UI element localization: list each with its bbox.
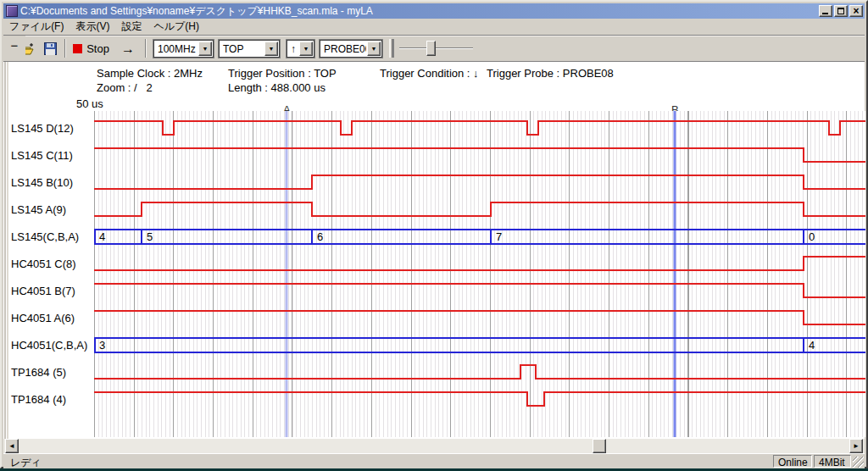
waveform-traces: 4567034 [94,111,865,437]
clock-rate-combo[interactable]: 100MHz ▼ [153,40,214,58]
panel-groove [4,62,8,439]
sample-clock-info: Sample Clock : 2MHz [97,67,203,80]
channel-label-1[interactable]: LS145 C(11) [11,149,73,163]
resize-grip-icon[interactable] [853,457,864,468]
trigger-condition-info: Trigger Condition : ↓ [380,67,479,80]
maximize-icon [837,8,844,14]
waveform-panel: Sample Clock : 2MHz Trigger Position : T… [3,61,865,439]
scrollbar-thumb[interactable] [593,439,606,453]
channel-label-8[interactable]: HC4051(C,B,A) [11,339,87,352]
menu-item-0[interactable]: ファイル(F) [3,18,70,36]
channel-label-2[interactable]: LS145 B(10) [11,176,73,190]
stop-button-label: Stop [86,42,109,55]
minimize-icon [822,13,828,14]
status-bar: レディ Online 4MBit [3,453,865,468]
toolbar-separator [64,39,66,58]
toolbar-separator [145,39,147,58]
status-online-badge: Online [773,455,812,468]
bus-value: 6 [317,230,323,243]
close-icon: × [850,5,862,17]
bus-value: 0 [809,230,815,243]
menu-item-3[interactable]: ヘルプ(H) [147,18,205,36]
toolbar-grip[interactable] [389,39,394,58]
bus-value: 3 [99,339,105,352]
bus-value: 4 [809,339,815,352]
channel-label-7[interactable]: HC4051 A(6) [11,312,75,325]
time-scale-label: 50 us [76,97,103,110]
clock-rate-value: 100MHz [154,43,198,55]
channel-label-9[interactable]: TP1684 (5) [11,366,66,380]
menu-item-1[interactable]: 表示(V) [70,18,115,36]
stop-button[interactable]: Stop [70,39,112,58]
channel-label-5[interactable]: HC4051 C(8) [11,258,76,271]
run-button[interactable]: → [115,39,141,58]
minimize-button[interactable] [819,5,832,17]
scroll-left-button[interactable]: ◄ [5,439,19,453]
channel-label-10[interactable]: TP1684 (4) [11,393,66,407]
waveform-plot[interactable]: 4567034 [94,111,865,437]
zoom-slider-track[interactable] [399,47,473,49]
bus-value: 5 [147,230,153,243]
zoom-out-button[interactable]: − [3,36,25,55]
chevron-down-icon[interactable]: ▼ [264,42,278,56]
trace-2 [94,175,865,189]
trace-1 [94,148,865,162]
bus-value: 4 [99,230,105,243]
probe-value: PROBE00 [320,43,366,55]
save-file-button[interactable] [39,39,61,58]
trace-0 [94,121,865,135]
trace-10 [94,392,865,406]
probe-combo[interactable]: PROBE00 ▼ [320,40,382,58]
channel-label-4[interactable]: LS145(C,B,A) [11,230,79,244]
trace-9 [94,365,865,379]
length-info: Length : 488.000 us [228,81,326,94]
run-arrow-icon: → [121,42,135,57]
chevron-down-icon[interactable]: ▼ [198,42,212,56]
scroll-right-icon: ► [853,442,860,450]
app-window: C:¥Documents and Settings¥noname¥デスクトップ¥… [0,0,868,468]
trigger-position-info: Trigger Position : TOP [228,67,337,80]
scroll-left-icon: ◄ [8,442,15,450]
zoom-slider-thumb[interactable] [426,41,436,56]
trace-3 [94,202,865,216]
horizontal-scrollbar[interactable]: ◄ ► [3,439,865,453]
trigger-edge-value: ↑ [287,43,298,55]
app-icon [6,5,18,17]
trigger-edge-combo[interactable]: ↑ ▼ [287,40,314,58]
channel-label-6[interactable]: HC4051 B(7) [11,285,75,298]
maximize-button[interactable] [834,5,848,17]
trigger-probe-info: Trigger Probe : PROBE08 [487,67,614,80]
trace-7 [94,311,865,324]
channel-label-0[interactable]: LS145 D(12) [11,122,74,136]
window-title: C:¥Documents and Settings¥noname¥デスクトップ¥… [20,4,815,19]
menu-bar: ファイル(F)表示(V)設定ヘルプ(H) [3,19,865,35]
scroll-right-button[interactable]: ► [849,439,863,453]
trigger-position-value: TOP [220,43,264,55]
bus-value: 7 [496,230,502,243]
save-floppy-icon [44,42,57,55]
toolbar: Stop → 100MHz ▼ TOP ▼ ↑ ▼ PROBE00 ▼ −+AB… [3,35,865,61]
chevron-down-icon[interactable]: ▼ [299,42,313,56]
trigger-position-combo[interactable]: TOP ▼ [219,40,280,58]
close-button[interactable]: × [849,5,863,17]
chevron-down-icon[interactable]: ▼ [367,42,381,56]
title-bar[interactable]: C:¥Documents and Settings¥noname¥デスクトップ¥… [3,3,865,19]
zoom-info: Zoom : / 2 [97,81,153,94]
stop-icon [73,44,82,53]
channel-label-3[interactable]: LS145 A(9) [11,203,66,217]
trace-6 [94,284,865,297]
trace-5 [94,257,865,270]
window-buttons: × [819,5,863,17]
status-memory-badge: 4MBit [814,455,851,468]
menu-item-2[interactable]: 設定 [115,18,147,36]
